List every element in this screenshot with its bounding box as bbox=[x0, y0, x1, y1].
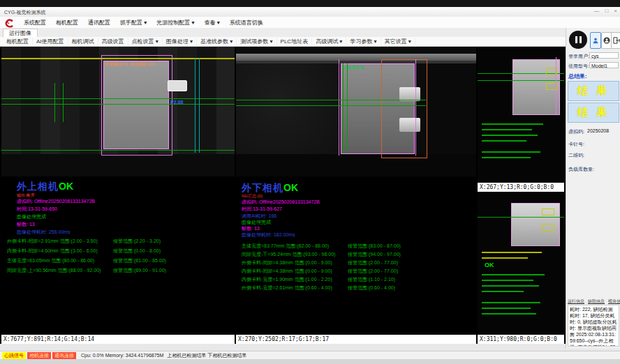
menu-item-system-config[interactable]: 系统配置 bbox=[19, 19, 51, 26]
person-icon bbox=[592, 37, 599, 44]
tabstrip: 运行图像 bbox=[0, 28, 566, 38]
window-title: CYG-视觉检测系统 bbox=[4, 9, 46, 16]
barcode-line: 虚拟码: Offline2025020813313472B bbox=[242, 199, 320, 206]
stock-label: 负载库数量: bbox=[568, 166, 594, 173]
overlay-cyan-vline bbox=[195, 58, 195, 153]
measurement-row: 外侧卡料-间隙=4.38mm 范围:(0.00 - 9.00) 报警范围:(2.… bbox=[236, 259, 476, 268]
bottom-strip bbox=[0, 359, 620, 364]
exit-door-icon bbox=[613, 37, 620, 44]
measurement-row: 外侧卡料-间隙=2.91mm 范围:(2.00 - 3.50) 报警范围:(2.… bbox=[1, 238, 235, 246]
machine-body bbox=[236, 63, 341, 154]
minimize-icon[interactable]: — bbox=[593, 8, 599, 14]
text-line bbox=[482, 257, 528, 259]
mini-view-top[interactable]: X:267;Y:13;R:0;G:0;B:0 bbox=[478, 47, 564, 192]
overlay-magenta-vline bbox=[339, 59, 339, 156]
left-camera-info: 外上相机OK 输出:断开 虚拟码: Offline202502081331347… bbox=[1, 176, 235, 335]
menu-item-camera-config[interactable]: 相机配置 bbox=[51, 19, 83, 26]
tool-advanced-debug[interactable]: 高级调试 ▾ bbox=[312, 38, 346, 45]
text-line bbox=[482, 313, 536, 314]
overlay-magenta-vline bbox=[415, 59, 416, 156]
log-tab-defect[interactable]: 缺陷信息 bbox=[588, 298, 605, 305]
camera-title: 外上相机OK bbox=[17, 181, 73, 193]
connector-part bbox=[168, 80, 187, 91]
tool-camera-debug[interactable]: 相机调试 bbox=[68, 38, 98, 45]
maximize-icon[interactable]: □ bbox=[605, 8, 608, 14]
menu-item-view[interactable]: 查看 ▾ bbox=[200, 19, 225, 26]
overlay-green-vline bbox=[343, 63, 344, 153]
pause-button[interactable] bbox=[569, 31, 587, 49]
text-line bbox=[482, 129, 532, 130]
menu-item-gripper-config[interactable]: 抓手配置 ▾ bbox=[115, 19, 152, 26]
tool-camera-config[interactable]: 相机配置 bbox=[3, 38, 33, 45]
titlebar: CYG-视觉检测系统 — □ × bbox=[0, 7, 620, 17]
vcode-label: 虚拟码: bbox=[568, 128, 584, 135]
measurement-text: 外侧卡料-间隙=2.91mm 范围:(2.00 - 3.50) bbox=[7, 238, 98, 245]
camera-results-status: 上相机已检测结果 下相机已检测结果 bbox=[167, 352, 246, 359]
app-window: CYG-视觉检测系统 — □ × 系统配置 相机配置 通讯配置 抓手配置 ▾ 光… bbox=[0, 0, 620, 364]
heartbeat-badge: 心跳信号 bbox=[2, 352, 26, 359]
log-tabs: 运行信息 缺陷信息 模块信息 bbox=[568, 298, 619, 305]
process-done-line: 图像处理完成 bbox=[17, 213, 46, 220]
log-tab-run[interactable]: 运行信息 bbox=[568, 298, 584, 305]
measurement-text: 外侧卡料-宽度=2.61mm 范围:(0.60 - 4.00) bbox=[242, 285, 332, 291]
alarm-range-text: 报警范围:(0.60 - 4.00) bbox=[348, 285, 395, 291]
vcode-value: 20250208 bbox=[587, 128, 609, 133]
left-coordinate-bar: X:7677;Y:891;R:14;G:14;B:14 bbox=[1, 335, 235, 344]
text-line bbox=[482, 135, 538, 136]
measurement-row: 主体宽度=83.77mm 范围:(82.00 - 88.00) 报警范围:(83… bbox=[236, 243, 476, 251]
login-user-field[interactable]: cys bbox=[589, 52, 619, 59]
measurement-row: 外侧卡料-宽度=2.61mm 范围:(0.60 - 4.00) 报警范围:(0.… bbox=[236, 285, 476, 293]
log-text: 耗时: 222, 缺陷检测耗时: 17, 缺陷分类耗时: 0, 缺陷提取分区耗时… bbox=[568, 305, 619, 347]
tool-other-settings[interactable]: 其它设置 ▾ bbox=[381, 38, 415, 45]
logout-button[interactable] bbox=[611, 32, 620, 49]
text-line bbox=[482, 291, 524, 292]
tool-test-params[interactable]: 测试项参数 ▾ bbox=[237, 38, 276, 45]
tool-learning-params[interactable]: 学习参数 ▾ bbox=[346, 38, 381, 45]
menu-item-language[interactable]: 系统语言切换 bbox=[225, 19, 268, 26]
log-tab-module[interactable]: 模块信息 bbox=[608, 298, 620, 305]
tool-baseline-params[interactable]: 基准线参数 ▾ bbox=[197, 38, 237, 45]
metal-part bbox=[399, 118, 420, 132]
measurement-row: 内侧卡料-间隙=4.60mm 范围:(3.00 - 6.00) 报警范围:(0.… bbox=[1, 248, 235, 256]
tool-image-processing[interactable]: 图像处理 ▾ bbox=[163, 38, 197, 45]
menu-item-light-config[interactable]: 光源控制配置 ▾ bbox=[152, 19, 199, 26]
frame-line: 帧数: 13 bbox=[17, 221, 35, 228]
alarm-range-text: 报警范围:(89.00 - 91.00) bbox=[113, 267, 166, 274]
measurement-row: 间隙宽度-下=95.24mm 范围:(93.00 - 98.00) 报警范围:(… bbox=[236, 251, 476, 259]
side-panel: 登录用户: cys 使用型号: Model1 总结果: 结 果 结 果 虚拟码:… bbox=[566, 28, 620, 349]
user-login-button[interactable] bbox=[590, 32, 601, 49]
measurement-text: 内侧卡料-间隙=4.38mm 范围:(0.00 - 9.00) bbox=[242, 268, 332, 275]
workpiece-block bbox=[103, 61, 169, 149]
measurement-text: 主体宽度=83.05mm 范围:(80.00 - 86.00) bbox=[7, 257, 94, 264]
time-line: 时间:13-31-59-650 bbox=[17, 206, 57, 213]
result-box-2: 结 果 bbox=[568, 103, 619, 123]
pin-label: 卡针号: bbox=[568, 141, 584, 148]
overlay-green-vline bbox=[54, 83, 55, 122]
measurement-row: 间隙宽度-上=90.56mm 范围:(88.00 - 92.00) 报警范围:(… bbox=[1, 267, 235, 275]
mini-view-bottom[interactable]: OK X:311;Y:980;R:0;G:0;B:0 bbox=[478, 193, 564, 344]
alarm-range-text: 报警范围:(83.00 - 87.00) bbox=[348, 243, 401, 250]
tool-advanced-settings[interactable]: 高级设置 bbox=[98, 38, 128, 45]
text-line bbox=[482, 123, 543, 125]
comm-connection-badge: 通讯连接 bbox=[52, 352, 76, 359]
camera-name: 外下相机 bbox=[242, 182, 283, 193]
tool-spot-check[interactable]: 点检设置 ▾ bbox=[128, 38, 163, 45]
middle-camera-image[interactable]: AI检测区域 bbox=[236, 47, 476, 176]
mini-bottom-coordinate-bar: X:311;Y:980;R:0;G:0;B:0 bbox=[478, 335, 564, 344]
model-field[interactable]: Model1 bbox=[589, 62, 619, 68]
text-line bbox=[482, 151, 540, 153]
left-camera-image[interactable]: 灰度阈值:93, 动态阈值:100 P2.88 bbox=[1, 47, 235, 176]
overlay-yellow-box bbox=[542, 208, 554, 215]
main-view-area: 灰度阈值:93, 动态阈值:100 P2.88 外上相机OK 输出:断开 虚拟码… bbox=[0, 47, 566, 344]
overlay-green-hline bbox=[236, 100, 426, 100]
tool-ai-usage-config[interactable]: AI使用配置 bbox=[33, 38, 68, 45]
overlay-yellow-box bbox=[542, 224, 554, 231]
desktop-strip bbox=[0, 0, 620, 7]
overlay-green-vline bbox=[63, 83, 64, 122]
machine-shadow bbox=[426, 63, 476, 154]
close-icon[interactable]: × bbox=[614, 8, 617, 14]
text-line bbox=[482, 280, 533, 281]
menu-item-comm-config[interactable]: 通讯配置 bbox=[83, 19, 115, 26]
mini-status-ok: OK bbox=[485, 261, 494, 268]
tool-plc-address[interactable]: PLC地址表 bbox=[277, 38, 313, 45]
